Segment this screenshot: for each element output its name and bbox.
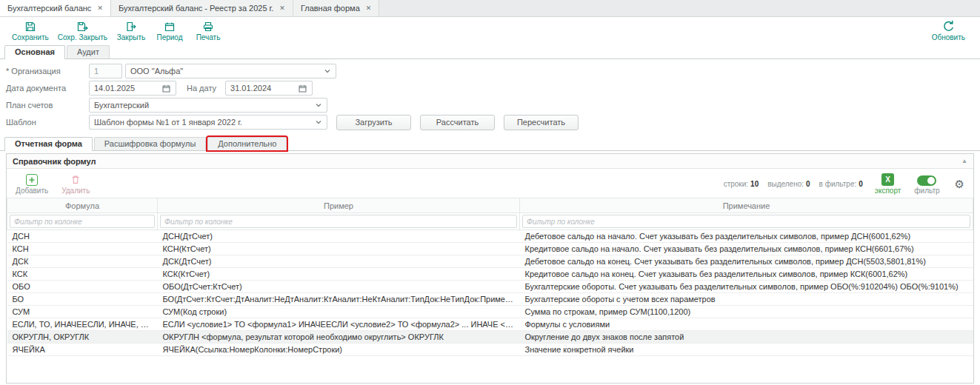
formula-cell: ОКРУГЛН, ОКРУГЛК: [7, 331, 158, 344]
note-cell: Кредитовое сальдо на начало. Счет указыв…: [520, 243, 973, 255]
window-tab-balance[interactable]: Бухгалтерский баланс ✕: [0, 0, 111, 16]
formula-cell: ЕСЛИ, ТО, ИНАЧЕЕСЛИ, ИНАЧЕ, КОНЕЦ: [7, 318, 158, 331]
period-button[interactable]: Период: [150, 20, 189, 41]
close-button[interactable]: Закрыть: [112, 20, 150, 41]
tab-main[interactable]: Основная: [4, 45, 65, 59]
period-button-label: Период: [156, 33, 182, 41]
organization-row: * Организация 1 ООО "Альфа": [6, 64, 980, 78]
save-button[interactable]: Сохранить: [7, 20, 53, 41]
example-cell: СУМ(Код строки): [158, 306, 520, 318]
main-tab-bar: Основная Аудит: [0, 44, 980, 59]
plus-icon: [26, 174, 38, 186]
delete-button[interactable]: Удалить: [61, 174, 90, 195]
dates-row: Дата документа 14.01.2025 На дату 31.01.…: [6, 81, 980, 96]
refresh-button[interactable]: Обновить: [927, 20, 970, 41]
column-header-note[interactable]: Примечание: [520, 198, 973, 213]
refresh-icon: [942, 20, 955, 33]
on-date-field[interactable]: 31.01.2024: [225, 81, 313, 96]
calendar-icon[interactable]: [298, 84, 307, 93]
recalculate-button[interactable]: Пересчитать: [504, 115, 579, 130]
excel-export-icon: X: [881, 173, 894, 186]
main-toolbar: Сохранить Сохр. Закрыть Закрыть: [0, 17, 980, 44]
column-header-example[interactable]: Пример: [158, 198, 520, 213]
example-cell: КСК(КтСчет): [158, 268, 520, 281]
tab-additional-label: Дополнительно: [218, 139, 276, 148]
filter-row: [7, 213, 973, 230]
trash-icon: [70, 174, 81, 186]
note-cell: Значение конкретной ячейки: [520, 344, 973, 356]
template-label: Шаблон: [6, 118, 89, 127]
organization-select[interactable]: ООО "Альфа": [125, 64, 336, 78]
table-row[interactable]: ДСН ДСН(ДтСчет) Дебетовое сальдо на нача…: [7, 230, 973, 243]
chart-of-accounts-row: План счетов Бухгалтерский: [6, 98, 980, 113]
tab-report-form[interactable]: Отчетная форма: [4, 137, 93, 151]
formula-cell: СУМ: [7, 306, 158, 318]
table-row[interactable]: ОКРУГЛН, ОКРУГЛК ОКРУГЛН <формула, резул…: [7, 331, 973, 344]
doc-date-field[interactable]: 14.01.2025: [89, 81, 176, 96]
table-row[interactable]: БО БО(ДтСчет:КтСчет:ДтАналит:НеДтАналит:…: [7, 293, 973, 306]
calendar-icon[interactable]: [161, 84, 171, 93]
organization-code-field[interactable]: 1: [89, 64, 122, 78]
template-select[interactable]: Шаблон формы №1 от 1 января 2022 г.: [89, 115, 327, 130]
print-button-label: Печать: [196, 33, 221, 41]
load-button[interactable]: Загрузить: [336, 115, 411, 130]
print-button[interactable]: Печать: [189, 20, 227, 41]
filter-example-input[interactable]: [160, 215, 517, 228]
on-date-label: На дату: [187, 84, 216, 93]
example-cell: ДСК(ДтСчет): [158, 255, 520, 268]
tab-audit[interactable]: Аудит: [67, 45, 110, 58]
tab-additional[interactable]: Дополнительно: [207, 137, 287, 150]
grid-toolbar: Добавить Удалить строки:10 выделено:0 в …: [7, 169, 973, 198]
printer-icon: [202, 20, 214, 33]
chart-of-accounts-select[interactable]: Бухгалтерский: [89, 98, 327, 113]
table-row[interactable]: КСН КСН(КтСчет) Кредитовое сальдо на нач…: [7, 243, 973, 255]
on-date-value: 31.01.2024: [230, 84, 271, 93]
tab-close-icon[interactable]: ✕: [366, 4, 372, 12]
add-button-label: Добавить: [16, 187, 48, 195]
tab-close-icon[interactable]: ✕: [279, 4, 285, 12]
filter-formula-input[interactable]: [10, 215, 155, 228]
table-row[interactable]: ЕСЛИ, ТО, ИНАЧЕЕСЛИ, ИНАЧЕ, КОНЕЦ ЕСЛИ <…: [7, 318, 973, 331]
note-cell: Дебетовое сальдо на начало. Счет указыва…: [520, 230, 973, 243]
excel-export-label: экспорт: [875, 187, 901, 195]
tab-formula-decode[interactable]: Расшифровка формулы: [94, 137, 206, 150]
content-tab-bar: Отчетная форма Расшифровка формулы Допол…: [0, 136, 980, 151]
table-row[interactable]: ОБО ОБО(ДтСчет:КтСчет) Бухгалтерские обо…: [7, 281, 973, 293]
tab-main-label: Основная: [15, 47, 55, 56]
doc-date-value: 14.01.2025: [94, 84, 135, 93]
filter-toggle[interactable]: фильтр: [914, 174, 939, 195]
add-button[interactable]: Добавить: [16, 174, 48, 195]
organization-code-value: 1: [94, 67, 99, 76]
note-cell: Округление до двух знаков после запятой: [520, 331, 973, 344]
template-row: Шаблон Шаблон формы №1 от 1 января 2022 …: [6, 115, 980, 130]
table-row[interactable]: ЯЧЕЙКА ЯЧЕЙКА(Ссылка:НомерКолонки:НомерС…: [7, 344, 973, 356]
formula-cell: ОБО: [7, 281, 158, 293]
gear-icon[interactable]: ⚙: [955, 178, 964, 191]
column-header-formula[interactable]: Формула: [7, 198, 158, 213]
window-tab-registry[interactable]: Бухгалтерский баланс - Реестр за 2025 г.…: [111, 0, 293, 16]
organization-name-value: ООО "Альфа": [130, 67, 183, 76]
filter-note-input[interactable]: [522, 215, 970, 228]
tab-close-icon[interactable]: ✕: [97, 4, 103, 12]
template-value: Шаблон формы №1 от 1 января 2022 г.: [94, 118, 242, 127]
table-row[interactable]: СУМ СУМ(Код строки) Сумма по строкам, пр…: [7, 306, 973, 318]
tab-formula-decode-label: Расшифровка формулы: [104, 139, 196, 148]
refresh-button-label: Обновить: [932, 33, 965, 41]
save-close-button[interactable]: Сохр. Закрыть: [53, 20, 112, 41]
example-cell: ЕСЛИ <условие1> ТО <формула1> ИНАЧЕЕСЛИ …: [158, 318, 520, 331]
chart-of-accounts-value: Бухгалтерский: [94, 101, 149, 110]
table-row[interactable]: КСК КСК(КтСчет) Кредитовое сальдо на кон…: [7, 268, 973, 281]
window-tab-bar: Бухгалтерский баланс ✕ Бухгалтерский бал…: [0, 0, 980, 17]
window-tab-main-form[interactable]: Главная форма ✕: [293, 0, 379, 16]
collapse-icon[interactable]: ▲: [961, 158, 967, 164]
calculate-button[interactable]: Рассчитать: [420, 115, 495, 130]
chevron-down-icon: [315, 101, 322, 109]
note-cell: Кредитовое сальдо на конец. Счет указыва…: [520, 268, 973, 281]
grid-stats: строки:10 выделено:0 в фильтре:0: [724, 180, 863, 188]
formula-table-body: ДСН ДСН(ДтСчет) Дебетовое сальдо на нача…: [7, 230, 973, 356]
formula-cell: КСН: [7, 243, 158, 255]
table-row[interactable]: ДСК ДСК(ДтСчет) Дебетовое сальдо на коне…: [7, 255, 973, 268]
excel-export-button[interactable]: X экспорт: [875, 173, 901, 195]
filtered-count: в фильтре:0: [819, 180, 863, 188]
window-tab-label: Главная форма: [301, 4, 360, 13]
